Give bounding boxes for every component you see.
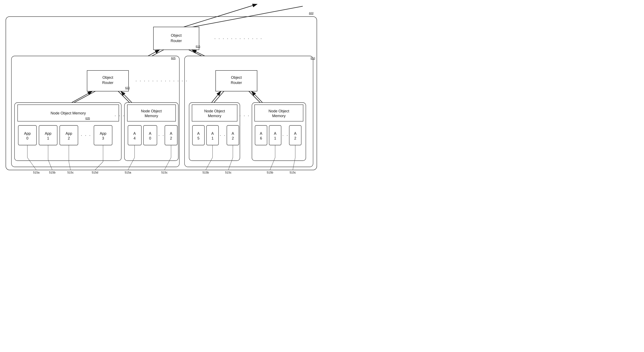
a2r1-label2: 2 — [232, 136, 234, 140]
a1r2-label1: A — [274, 132, 276, 136]
label-515a-1: 515a — [33, 171, 40, 174]
a2r1-label1: A — [232, 132, 234, 136]
dots-right2: . . — [282, 132, 288, 137]
a0-label1: A — [149, 132, 151, 136]
a1r2-label2: 1 — [274, 136, 276, 140]
dots-615-right: . . . . . . . . . . . . — [214, 35, 263, 40]
nom-630-label1: Node Object — [141, 109, 162, 113]
app-3-label2: 3 — [102, 136, 104, 140]
box-router-615 — [154, 27, 199, 50]
router-right-label1: Object — [231, 76, 242, 80]
label-515b-2: 515b — [202, 171, 209, 174]
dots-630: . . — [158, 132, 165, 137]
a2-630-label2: 2 — [170, 136, 172, 140]
app-3-label1: App — [100, 132, 106, 136]
label-515c-2: 515c — [161, 171, 168, 174]
app-2-label2: 2 — [68, 136, 70, 140]
a6-label2: 6 — [260, 136, 262, 140]
a2-630-label1: A — [170, 132, 172, 136]
ref-600: 600 — [309, 12, 314, 15]
nom-635-label: Node Object Memory — [50, 111, 86, 115]
router-615-label: Object — [171, 34, 182, 38]
a5-label1: A — [197, 132, 200, 136]
label-515c-1: 515c — [68, 171, 74, 174]
nom-right1-label1: Node Object — [204, 109, 225, 113]
dots-605: . . . . . . . . . . . . . — [136, 77, 188, 82]
label-515b-1: 515b — [49, 171, 55, 174]
ref-605: 605 — [171, 56, 176, 60]
app-0-label1: App — [24, 132, 31, 136]
router-620-ref: 620 — [125, 86, 130, 89]
a2r2-label2: 2 — [294, 136, 296, 140]
app-1-label1: App — [45, 132, 52, 136]
a6-label1: A — [260, 132, 262, 136]
a1r1-label2: 1 — [212, 136, 214, 140]
router-615-label2: Router — [171, 39, 182, 43]
nom-right1-label2: Memory — [208, 114, 221, 118]
diagram-container: 600 Object Router 615 . . . . . . . . . … — [0, 0, 322, 176]
app-1-label2: 1 — [47, 136, 49, 140]
a4-label1: A — [133, 132, 136, 136]
router-620-label2: Router — [102, 81, 114, 85]
nom-right2-label1: Node Object — [268, 109, 289, 113]
label-515c-4: 515c — [290, 171, 296, 174]
dots-right1: . . — [220, 132, 226, 137]
app-2-label1: App — [66, 132, 72, 136]
label-515a-2: 515a — [124, 171, 131, 174]
a4-label2: 4 — [134, 136, 136, 140]
a2r2-label1: A — [294, 132, 296, 136]
nom-right2-label2: Memory — [272, 114, 286, 118]
dots-nom-left: . . . — [115, 112, 125, 117]
label-515d: 515d — [92, 171, 98, 174]
router-615-ref: 615 — [196, 45, 200, 48]
router-right-label2: Router — [231, 81, 242, 85]
label-515c-3: 515c — [225, 171, 232, 174]
a1r1-label1: A — [211, 132, 214, 136]
nom-635-ref: 635 — [86, 117, 90, 120]
ref-610: 610 — [310, 56, 315, 60]
dots-apps-left: . . . — [81, 132, 92, 137]
a0-label2: 0 — [149, 136, 151, 140]
dots-nom-right: . . . — [240, 112, 250, 117]
nom-630-label2: Memory — [144, 114, 158, 118]
app-0-label2: 0 — [26, 136, 28, 140]
a5-label2: 5 — [198, 136, 200, 140]
label-515b-3: 515b — [267, 171, 273, 174]
router-620-label1: Object — [102, 76, 113, 80]
